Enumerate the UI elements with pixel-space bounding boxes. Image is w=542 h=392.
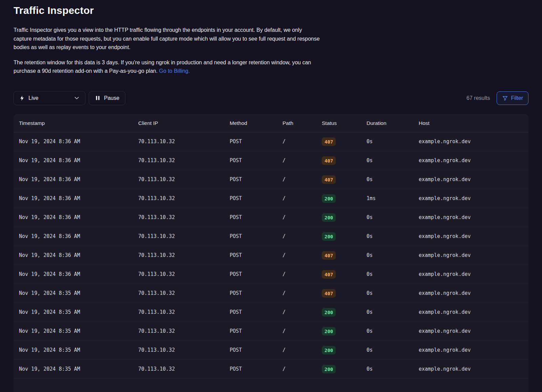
column-header-path: Path — [277, 114, 316, 132]
table-row[interactable]: Nov 19, 2024 8:36 AM 70.113.10.32 POST /… — [14, 265, 528, 284]
cell-status: 407 — [316, 151, 361, 170]
cell-timestamp: Nov 19, 2024 8:35 AM — [14, 284, 133, 303]
table-row[interactable]: Nov 19, 2024 8:36 AM 70.113.10.32 POST /… — [14, 132, 528, 151]
status-badge: 407 — [322, 175, 336, 184]
table-row[interactable]: Nov 19, 2024 8:36 AM 70.113.10.32 POST /… — [14, 189, 528, 208]
go-to-billing-link[interactable]: Go to Billing. — [159, 68, 190, 74]
cell-timestamp: Nov 19, 2024 8:36 AM — [14, 170, 133, 189]
cell-host: example.ngrok.dev — [413, 246, 528, 265]
cell-method: POST — [224, 284, 277, 303]
status-badge: 200 — [322, 365, 336, 373]
pause-button[interactable]: Pause — [89, 91, 125, 105]
pause-icon — [95, 95, 101, 101]
cell-duration: 0s — [361, 265, 413, 284]
cell-client-ip: 70.113.10.32 — [133, 246, 224, 265]
table-row[interactable]: Nov 19, 2024 8:35 AM 70.113.10.32 POST /… — [14, 360, 528, 378]
cell-status: 407 — [316, 284, 361, 303]
column-header-timestamp: Timestamp — [14, 114, 133, 132]
cell-timestamp: Nov 19, 2024 8:35 AM — [14, 303, 133, 322]
column-header-status: Status — [316, 114, 361, 132]
table-header-row: Timestamp Client IP Method Path Status D… — [14, 114, 528, 132]
cell-status: 200 — [316, 303, 361, 322]
status-badge: 200 — [322, 308, 336, 317]
toolbar: Live Pause 67 results Filter — [14, 91, 528, 105]
table-row[interactable]: Nov 19, 2024 8:35 AM 70.113.10.32 POST /… — [14, 303, 528, 322]
cell-method: POST — [224, 227, 277, 246]
live-mode-dropdown[interactable]: Live — [14, 91, 85, 105]
cell-method: POST — [224, 208, 277, 227]
cell-method: POST — [224, 170, 277, 189]
traffic-table: Timestamp Client IP Method Path Status D… — [14, 114, 528, 379]
table-row[interactable]: Nov 19, 2024 8:36 AM 70.113.10.32 POST /… — [14, 227, 528, 246]
funnel-icon — [502, 95, 508, 101]
table-row[interactable]: Nov 19, 2024 8:35 AM 70.113.10.32 POST /… — [14, 341, 528, 360]
cell-duration: 0s — [361, 132, 413, 151]
cell-host: example.ngrok.dev — [413, 322, 528, 341]
cell-host: example.ngrok.dev — [413, 132, 528, 151]
cell-timestamp: Nov 19, 2024 8:35 AM — [14, 360, 133, 378]
filter-button[interactable]: Filter — [497, 91, 528, 105]
cell-client-ip: 70.113.10.32 — [133, 151, 224, 170]
cell-timestamp: Nov 19, 2024 8:36 AM — [14, 151, 133, 170]
cell-client-ip: 70.113.10.32 — [133, 360, 224, 378]
table-row[interactable]: Nov 19, 2024 8:36 AM 70.113.10.32 POST /… — [14, 208, 528, 227]
cell-host: example.ngrok.dev — [413, 284, 528, 303]
bolt-icon — [19, 95, 25, 101]
cell-client-ip: 70.113.10.32 — [133, 284, 224, 303]
cell-timestamp: Nov 19, 2024 8:36 AM — [14, 132, 133, 151]
status-badge: 407 — [322, 156, 336, 165]
cell-duration: 0s — [361, 246, 413, 265]
retention-paragraph: The retention window for this data is 3 … — [14, 58, 320, 75]
column-header-host: Host — [413, 114, 528, 132]
table-row[interactable]: Nov 19, 2024 8:36 AM 70.113.10.32 POST /… — [14, 170, 528, 189]
cell-host: example.ngrok.dev — [413, 360, 528, 378]
table-row[interactable]: Nov 19, 2024 8:36 AM 70.113.10.32 POST /… — [14, 246, 528, 265]
cell-path: / — [277, 227, 316, 246]
cell-path: / — [277, 151, 316, 170]
table-row[interactable]: Nov 19, 2024 8:36 AM 70.113.10.32 POST /… — [14, 151, 528, 170]
cell-host: example.ngrok.dev — [413, 341, 528, 360]
cell-duration: 0s — [361, 341, 413, 360]
cell-path: / — [277, 341, 316, 360]
cell-method: POST — [224, 151, 277, 170]
cell-timestamp: Nov 19, 2024 8:36 AM — [14, 246, 133, 265]
cell-path: / — [277, 208, 316, 227]
column-header-client-ip: Client IP — [133, 114, 224, 132]
cell-path: / — [277, 265, 316, 284]
cell-client-ip: 70.113.10.32 — [133, 208, 224, 227]
cell-path: / — [277, 303, 316, 322]
cell-status: 200 — [316, 341, 361, 360]
results-count: 67 results — [466, 95, 490, 101]
cell-duration: 0s — [361, 322, 413, 341]
status-badge: 407 — [322, 137, 336, 146]
table-row[interactable]: Nov 19, 2024 8:35 AM 70.113.10.32 POST /… — [14, 284, 528, 303]
cell-status: 200 — [316, 360, 361, 378]
cell-host: example.ngrok.dev — [413, 189, 528, 208]
column-header-duration: Duration — [361, 114, 413, 132]
cell-duration: 0s — [361, 303, 413, 322]
status-badge: 407 — [322, 270, 336, 279]
cell-duration: 1ms — [361, 189, 413, 208]
cell-client-ip: 70.113.10.32 — [133, 303, 224, 322]
cell-timestamp: Nov 19, 2024 8:36 AM — [14, 265, 133, 284]
cell-method: POST — [224, 322, 277, 341]
status-badge: 407 — [322, 251, 336, 260]
cell-method: POST — [224, 360, 277, 378]
traffic-table-panel: Timestamp Client IP Method Path Status D… — [14, 114, 528, 392]
filter-label: Filter — [511, 95, 523, 101]
cell-timestamp: Nov 19, 2024 8:36 AM — [14, 189, 133, 208]
cell-path: / — [277, 170, 316, 189]
cell-path: / — [277, 132, 316, 151]
cell-status: 407 — [316, 170, 361, 189]
cell-status: 407 — [316, 265, 361, 284]
status-badge: 200 — [322, 327, 336, 335]
page-content: Traffic Inspector Traffic Inspector give… — [0, 4, 542, 105]
table-row[interactable]: Nov 19, 2024 8:35 AM 70.113.10.32 POST /… — [14, 322, 528, 341]
table-body: Nov 19, 2024 8:36 AM 70.113.10.32 POST /… — [14, 132, 528, 378]
cell-status: 200 — [316, 208, 361, 227]
cell-status: 407 — [316, 246, 361, 265]
cell-client-ip: 70.113.10.32 — [133, 227, 224, 246]
cell-duration: 0s — [361, 360, 413, 378]
chevron-down-icon — [74, 95, 80, 101]
cell-path: / — [277, 189, 316, 208]
